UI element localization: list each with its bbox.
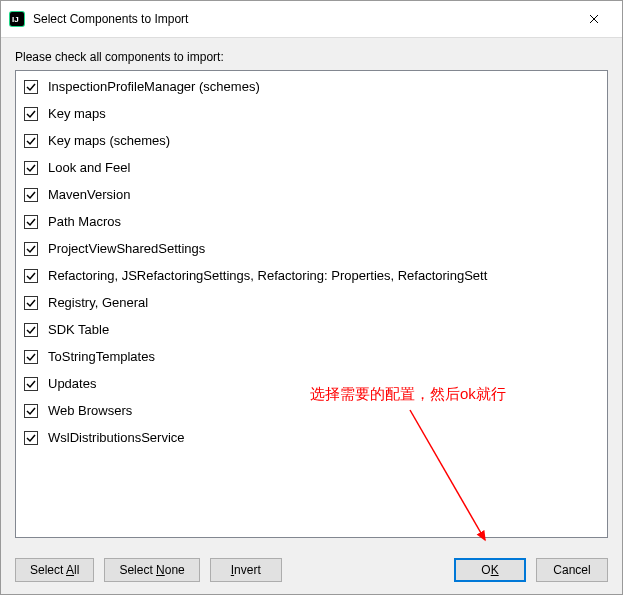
list-item[interactable]: InspectionProfileManager (schemes) xyxy=(16,73,607,100)
cancel-button[interactable]: Cancel xyxy=(536,558,608,582)
list-item[interactable]: Web Browsers xyxy=(16,397,607,424)
button-row: Select All Select None Invert OK Cancel xyxy=(1,546,622,594)
select-all-button[interactable]: Select All xyxy=(15,558,94,582)
list-item-label: Web Browsers xyxy=(48,403,132,418)
checkbox-icon[interactable] xyxy=(24,323,38,337)
checkbox-icon[interactable] xyxy=(24,431,38,445)
dialog-title: Select Components to Import xyxy=(33,12,574,26)
list-item-label: InspectionProfileManager (schemes) xyxy=(48,79,260,94)
checkbox-icon[interactable] xyxy=(24,350,38,364)
list-item-label: Registry, General xyxy=(48,295,148,310)
checkbox-icon[interactable] xyxy=(24,377,38,391)
checkbox-icon[interactable] xyxy=(24,161,38,175)
select-none-button[interactable]: Select None xyxy=(104,558,199,582)
list-item[interactable]: ToStringTemplates xyxy=(16,343,607,370)
list-item-label: ToStringTemplates xyxy=(48,349,155,364)
checkbox-icon[interactable] xyxy=(24,269,38,283)
titlebar: IJ Select Components to Import xyxy=(1,1,622,38)
list-item-label: Key maps xyxy=(48,106,106,121)
list-item-label: ProjectViewSharedSettings xyxy=(48,241,205,256)
checkbox-icon[interactable] xyxy=(24,404,38,418)
checkbox-icon[interactable] xyxy=(24,134,38,148)
content-area: Please check all components to import: I… xyxy=(1,38,622,546)
list-item-label: Refactoring, JSRefactoringSettings, Refa… xyxy=(48,268,487,283)
close-button[interactable] xyxy=(574,7,614,31)
list-item-label: Path Macros xyxy=(48,214,121,229)
list-item[interactable]: ProjectViewSharedSettings xyxy=(16,235,607,262)
checkbox-icon[interactable] xyxy=(24,107,38,121)
checkbox-icon[interactable] xyxy=(24,188,38,202)
list-item[interactable]: Path Macros xyxy=(16,208,607,235)
list-item[interactable]: WslDistributionsService xyxy=(16,424,607,451)
checkbox-icon[interactable] xyxy=(24,80,38,94)
invert-button[interactable]: Invert xyxy=(210,558,282,582)
list-item[interactable]: MavenVersion xyxy=(16,181,607,208)
component-list[interactable]: InspectionProfileManager (schemes)Key ma… xyxy=(15,70,608,538)
checkbox-icon[interactable] xyxy=(24,242,38,256)
svg-text:IJ: IJ xyxy=(12,15,19,24)
list-item-label: Updates xyxy=(48,376,96,391)
list-item-label: SDK Table xyxy=(48,322,109,337)
app-icon: IJ xyxy=(9,11,25,27)
checkbox-icon[interactable] xyxy=(24,296,38,310)
list-item[interactable]: Registry, General xyxy=(16,289,607,316)
list-item[interactable]: Key maps xyxy=(16,100,607,127)
list-item[interactable]: Look and Feel xyxy=(16,154,607,181)
list-item[interactable]: Key maps (schemes) xyxy=(16,127,607,154)
list-item-label: Look and Feel xyxy=(48,160,130,175)
list-item-label: Key maps (schemes) xyxy=(48,133,170,148)
ok-button[interactable]: OK xyxy=(454,558,526,582)
instruction-label: Please check all components to import: xyxy=(15,50,608,64)
list-item[interactable]: SDK Table xyxy=(16,316,607,343)
checkbox-icon[interactable] xyxy=(24,215,38,229)
list-item-label: MavenVersion xyxy=(48,187,130,202)
dialog: IJ Select Components to Import Please ch… xyxy=(0,0,623,595)
list-item-label: WslDistributionsService xyxy=(48,430,185,445)
list-item[interactable]: Refactoring, JSRefactoringSettings, Refa… xyxy=(16,262,607,289)
list-item[interactable]: Updates xyxy=(16,370,607,397)
